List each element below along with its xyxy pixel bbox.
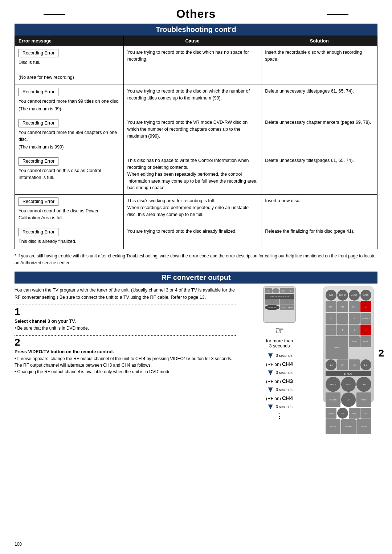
step2-divider [15, 335, 236, 336]
table-row: Recording ErrorYou cannot record on this… [15, 154, 377, 195]
remote-btn2: ABC [337, 301, 348, 312]
error-detail-text: This disc is already finalized. [19, 238, 120, 245]
mini-btn [265, 299, 272, 304]
ch-bold3: CH4 [282, 395, 293, 401]
remote-quit-btn: QUIT [360, 408, 371, 419]
error-detail-text: (No area for new recording) [19, 74, 120, 81]
step2-detail: • If noise appears, change the RF output… [15, 355, 236, 375]
col-header-solution: Solution [261, 36, 377, 46]
remote-recspeed-btn: REC SP [337, 290, 348, 301]
solution-text: Delete unnecessary chapter markers (page… [265, 120, 371, 125]
ch-step-arrow3: ▼ 3 seconds [266, 385, 292, 394]
error-message-cell: Recording ErrorYou cannot record more th… [15, 85, 124, 116]
step1-divider [15, 305, 236, 305]
cause-text: When editing has been repeatedly perform… [127, 172, 257, 191]
error-detail-text: You cannot record more than 99 titles on… [19, 98, 120, 105]
mini-btn: PAUSE [287, 305, 294, 310]
remote-rectr-btn: REC/TR [326, 377, 340, 392]
troubleshooting-header: Troubleshooting cont'd [15, 24, 377, 36]
ch-step-arrow4: ▼ 3 seconds [266, 402, 292, 411]
solution-cell: Delete unnecessary titles(pages 61, 65, … [261, 154, 377, 195]
solution-text: (pages 61, 65, 74). [316, 158, 354, 163]
remote-btn10: 8 [337, 325, 348, 335]
error-detail-text: (The maximum is 99) [19, 106, 120, 113]
hand-pointer: ☞ [275, 325, 284, 337]
error-box: Recording Error [19, 88, 58, 96]
rf-left-col: You can watch the TV programs with the t… [15, 286, 236, 420]
remote-setup-btn: SETUP [341, 377, 356, 392]
error-detail-text: You cannot record on this disc as Contro… [19, 167, 120, 181]
error-box: Recording Error [19, 49, 58, 57]
cause-text: When recordings are performed repeatedly… [127, 205, 249, 217]
sec-label1: 3 seconds [276, 354, 293, 358]
error-detail-text: You cannot record on the disc as Power C… [19, 208, 120, 221]
cause-text: This disc has no space to write the Cont… [127, 158, 249, 170]
step2-label: Press VIDEO/TV button on the remote cont… [15, 348, 236, 355]
remote-btn5: 4 [326, 313, 336, 324]
mini-btn: CH [287, 288, 294, 293]
arrow-icon3: ▼ [266, 385, 274, 394]
solution-text: Delete unnecessary titles [265, 89, 316, 94]
remote-select-btn: SELECT [326, 419, 340, 434]
remote-topmenu-btn: TOP MENU [341, 419, 356, 434]
cause-text: You are trying to record onto the VR mod… [127, 120, 248, 139]
remote-btn4: ▲ [360, 301, 371, 312]
remote-control-diagram: PWR REC SP AUDIO OPEN SHF ABC DEF ▲ 4 5 … [323, 286, 374, 403]
rf-middle-col: CH MNO CH PQRS TUV WXYZ VIDEOTV DISPLAY … [243, 286, 316, 420]
step2-number: 2 [15, 337, 236, 347]
ch-rf2: (RF on) [266, 379, 282, 384]
troubleshooting-footnote: * If you are still having trouble with t… [15, 253, 377, 266]
error-box: Recording Error [19, 157, 58, 166]
remote-disc-btn: DISC [337, 408, 348, 419]
solution-text: (pages 61, 65, 74). [316, 89, 354, 94]
table-row: Recording ErrorYou cannot record more th… [15, 116, 377, 154]
ch-rf1: (RF on) [266, 362, 282, 367]
mini-btn: VCR [280, 305, 287, 310]
error-message-cell: Recording ErrorThis disc is already fina… [15, 225, 124, 249]
sec-label4: 3 seconds [276, 405, 293, 409]
error-box: Recording Error [19, 197, 58, 206]
ch-row2: (RF on) CH3 [266, 378, 293, 384]
error-message-cell: Recording ErrorYou cannot record on the … [15, 195, 124, 225]
step1-number: 1 [15, 307, 236, 317]
remote-timer-btn: TIMER [356, 377, 371, 392]
cause-cell: This disc's working area for recording i… [123, 195, 261, 225]
mini-btn: MNO [280, 288, 287, 293]
remote-enter-btn: ENT [341, 392, 356, 407]
table-row: Recording ErrorYou cannot record more th… [15, 85, 377, 116]
remote-audio-btn: AUDIO [349, 290, 360, 301]
error-message-cell: Recording ErrorDisc is full.(No area for… [15, 46, 124, 85]
remote-power-btn: PWR [326, 290, 336, 301]
page-title-container: Others [15, 7, 377, 21]
arrow-icon: ▼ [266, 351, 274, 360]
remote-fwd-btn: ▶▶ [360, 359, 371, 370]
solution-cell: Release the finalizing for this disc (pa… [261, 225, 377, 249]
ellipsis-v: ⋮ [276, 412, 283, 420]
remote-vcr-btn: VCR [337, 359, 348, 370]
ch-row3: (RF on) CH4 [266, 395, 293, 401]
error-message-cell: Recording ErrorYou cannot record more th… [15, 116, 124, 154]
remote-btn7: 6 [349, 313, 360, 324]
remote-save-btn: SAVE [349, 408, 360, 419]
cause-text: You are trying to record onto the disc a… [127, 229, 237, 234]
solution-text: Insert a new disc. [265, 198, 300, 203]
remote-ch-skip-btn: CLRSKIP [326, 408, 336, 419]
error-detail-text: Disc is full. [19, 59, 120, 66]
solution-text: Release the finalizing for this disc (pa… [265, 229, 354, 234]
sec-label3: 3 seconds [276, 388, 293, 392]
error-detail-text: You cannot record more the 999 chapters … [19, 129, 120, 143]
table-row: Recording ErrorDisc is full.(No area for… [15, 46, 377, 85]
solution-cell: Delete unnecessary chapter markers (page… [261, 116, 377, 154]
cause-cell: You are trying to record onto the disc a… [123, 225, 261, 249]
step2-badge: 2 [378, 347, 384, 359]
col-header-error: Error message [15, 36, 124, 46]
channel-steps: ▼ 3 seconds (RF on) CH4 ▼ 3 seconds (RF … [266, 351, 293, 420]
arrow-icon2: ▼ [266, 368, 274, 377]
cause-text: You are trying to record onto the disc o… [127, 89, 250, 101]
mini-btn: CH [265, 288, 272, 293]
remote-space-btn: SPACE [326, 336, 348, 359]
remote-play-btn: ▶ PLAY [326, 371, 371, 376]
remote-chskip-btn: CH SKIP [356, 419, 371, 434]
sec-label2: 3 seconds [276, 371, 293, 375]
remote-btn12: ▼ [360, 325, 371, 335]
